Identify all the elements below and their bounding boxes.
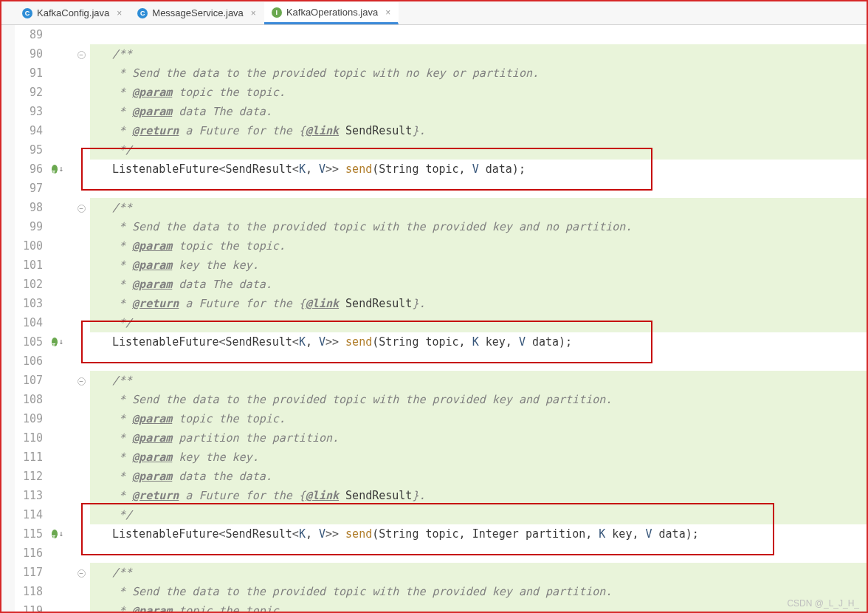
line-number: 109 (15, 409, 43, 428)
code-line[interactable]: * @param key the key. (90, 256, 867, 275)
code-line[interactable]: /** (90, 371, 867, 390)
line-number: 98 (15, 198, 43, 217)
line-number: 95 (15, 140, 43, 160)
tab-label: KafkaOperations.java (286, 7, 378, 18)
code-line[interactable] (90, 352, 867, 371)
override-method-icon[interactable]: I (52, 336, 63, 348)
line-number: 101 (15, 256, 43, 275)
fold-toggle-icon[interactable]: − (75, 49, 87, 61)
code-line[interactable]: ListenableFuture<SendResult<K, V>> send(… (90, 332, 867, 352)
line-number: 118 (15, 582, 43, 601)
line-number-gutter: 8990919293949596979899100101102103104105… (15, 25, 50, 612)
file-type-icon: C (137, 8, 148, 18)
line-number: 102 (15, 275, 43, 294)
code-line[interactable]: * Send the data to the provided topic wi… (90, 217, 867, 236)
fold-toggle-icon[interactable]: − (75, 567, 87, 579)
code-line[interactable]: /** (90, 198, 867, 217)
line-number: 107 (15, 371, 43, 390)
line-number: 114 (15, 505, 43, 524)
code-line[interactable]: * @return a Future for the {@link SendRe… (90, 486, 867, 505)
code-line[interactable]: * @param topic the topic. (90, 409, 867, 428)
code-line[interactable]: */ (90, 505, 867, 524)
code-line[interactable]: ListenableFuture<SendResult<K, V>> send(… (90, 160, 867, 179)
line-number: 99 (15, 217, 43, 236)
code-line[interactable]: */ (90, 140, 867, 160)
override-method-icon[interactable]: I (52, 528, 63, 540)
code-line[interactable]: * @param data the data. (90, 467, 867, 486)
code-line[interactable]: * @param topic the topic. (90, 601, 867, 612)
line-number: 103 (15, 294, 43, 313)
editor-tabs: CKafkaConfig.java×CMessageService.java×I… (1, 1, 867, 25)
code-line[interactable]: * @return a Future for the {@link SendRe… (90, 121, 867, 140)
fold-gutter: −−−− (74, 25, 90, 612)
line-number: 92 (15, 83, 43, 102)
line-number: 104 (15, 313, 43, 332)
override-method-icon[interactable]: I (52, 163, 63, 175)
line-number: 106 (15, 352, 43, 371)
line-number: 112 (15, 467, 43, 486)
line-number: 94 (15, 121, 43, 140)
code-line[interactable]: * Send the data to the provided topic wi… (90, 390, 867, 409)
code-line[interactable]: * @param data The data. (90, 275, 867, 294)
code-line[interactable]: ListenableFuture<SendResult<K, V>> send(… (90, 524, 867, 544)
line-number: 111 (15, 448, 43, 467)
code-line[interactable]: * @param topic the topic. (90, 236, 867, 256)
tab-messageservice-java[interactable]: CMessageService.java× (130, 3, 264, 23)
fold-toggle-icon[interactable]: − (75, 202, 87, 214)
tab-kafkaoperations-java[interactable]: IKafkaOperations.java× (264, 2, 399, 24)
line-number: 90 (15, 44, 43, 64)
close-tab-icon[interactable]: × (385, 7, 390, 18)
code-line[interactable]: * Send the data to the provided topic wi… (90, 582, 867, 601)
line-number: 89 (15, 25, 43, 44)
file-type-icon: C (22, 8, 32, 18)
line-number: 97 (15, 179, 43, 198)
line-number: 93 (15, 102, 43, 121)
line-number: 113 (15, 486, 43, 505)
close-tab-icon[interactable]: × (117, 8, 122, 18)
tab-label: MessageService.java (152, 7, 244, 18)
line-number: 105 (15, 332, 43, 352)
line-number: 91 (15, 64, 43, 83)
line-number: 100 (15, 236, 43, 256)
tab-kafkaconfig-java[interactable]: CKafkaConfig.java× (15, 3, 130, 23)
code-line[interactable] (90, 25, 867, 44)
code-line[interactable]: /** (90, 563, 867, 582)
close-tab-icon[interactable]: × (251, 8, 256, 18)
line-number: 110 (15, 428, 43, 448)
code-line[interactable]: */ (90, 313, 867, 332)
line-number: 119 (15, 601, 43, 612)
code-line[interactable] (90, 179, 867, 198)
code-line[interactable]: * @param data The data. (90, 102, 867, 121)
code-area[interactable]: /** * Send the data to the provided topi… (90, 25, 867, 612)
file-type-icon: I (272, 7, 282, 18)
line-number: 108 (15, 390, 43, 409)
line-number: 117 (15, 563, 43, 582)
fold-toggle-icon[interactable]: − (75, 375, 87, 387)
code-line[interactable]: * Send the data to the provided topic wi… (90, 64, 867, 83)
override-gutter: III (50, 25, 74, 612)
code-line[interactable]: /** (90, 44, 867, 64)
tab-label: KafkaConfig.java (37, 7, 109, 18)
code-line[interactable]: * @return a Future for the {@link SendRe… (90, 294, 867, 313)
left-margin (1, 25, 15, 612)
code-editor: 8990919293949596979899100101102103104105… (1, 25, 867, 612)
line-number: 115 (15, 524, 43, 544)
code-line[interactable]: * @param key the key. (90, 448, 867, 467)
watermark: CSDN @_L_J_H_ (787, 598, 859, 609)
code-line[interactable]: * @param topic the topic. (90, 83, 867, 102)
line-number: 96 (15, 160, 43, 179)
code-line[interactable] (90, 544, 867, 563)
line-number: 116 (15, 544, 43, 563)
code-line[interactable]: * @param partition the partition. (90, 428, 867, 448)
